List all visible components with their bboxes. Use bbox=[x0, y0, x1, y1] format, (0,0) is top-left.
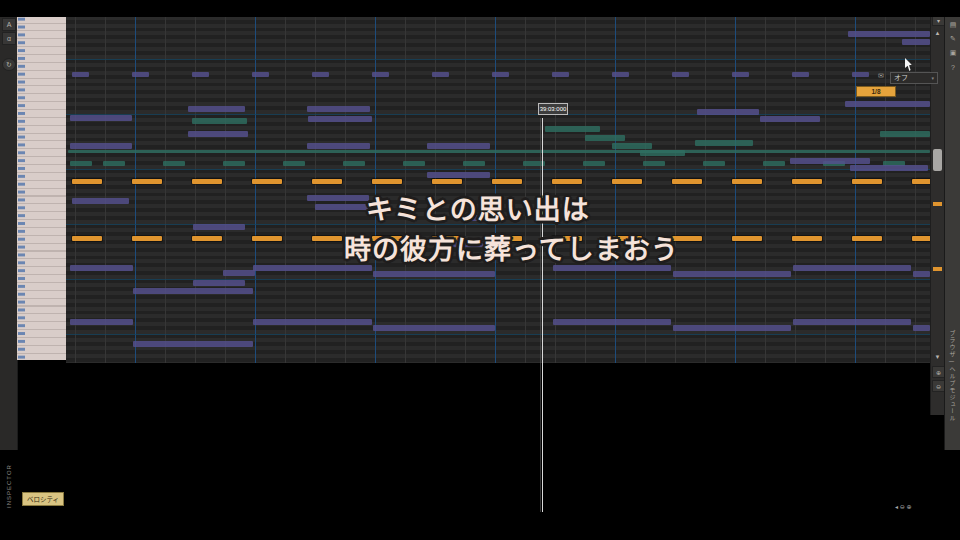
midi-note-purple[interactable] bbox=[188, 106, 245, 112]
midi-note-purple[interactable] bbox=[307, 143, 370, 149]
midi-note-orange[interactable] bbox=[792, 179, 822, 184]
midi-note-teal[interactable] bbox=[403, 161, 425, 166]
scroll-left-icon[interactable]: ◂ bbox=[895, 504, 898, 510]
midi-note-teal[interactable] bbox=[163, 161, 185, 166]
midi-note-purple[interactable] bbox=[432, 72, 449, 77]
midi-note-purple[interactable] bbox=[697, 109, 759, 115]
midi-note-purple[interactable] bbox=[793, 265, 911, 271]
edit-disabled-icon[interactable]: ✎ bbox=[948, 34, 958, 44]
midi-note-orange[interactable] bbox=[72, 236, 102, 241]
midi-note-purple[interactable] bbox=[790, 158, 870, 164]
midi-note-orange[interactable] bbox=[792, 236, 822, 241]
loop-mini-icon[interactable]: ↻ bbox=[2, 58, 16, 71]
midi-note-purple[interactable] bbox=[373, 325, 495, 331]
audition-icon[interactable]: A bbox=[2, 18, 16, 31]
midi-note-purple[interactable] bbox=[913, 271, 930, 277]
midi-note-orange[interactable] bbox=[132, 236, 162, 241]
aim-assist-dropdown[interactable]: オフ ▾ bbox=[890, 72, 938, 84]
midi-note-purple[interactable] bbox=[760, 116, 820, 122]
midi-note-teal[interactable] bbox=[545, 126, 600, 132]
midi-note-purple[interactable] bbox=[672, 72, 689, 77]
midi-note-purple[interactable] bbox=[427, 172, 490, 178]
midi-note-purple[interactable] bbox=[193, 280, 245, 286]
midi-note-teal[interactable] bbox=[68, 150, 930, 153]
midi-note-teal[interactable] bbox=[643, 161, 665, 166]
midi-note-purple[interactable] bbox=[913, 325, 930, 331]
midi-note-purple[interactable] bbox=[315, 204, 368, 210]
piano-roll-grid[interactable] bbox=[66, 0, 930, 363]
midi-note-orange[interactable] bbox=[372, 179, 402, 184]
midi-note-orange[interactable] bbox=[552, 179, 582, 184]
midi-note-teal[interactable] bbox=[585, 135, 625, 141]
midi-note-purple[interactable] bbox=[845, 101, 930, 107]
midi-note-orange[interactable] bbox=[492, 179, 522, 184]
midi-note-teal[interactable] bbox=[612, 143, 652, 149]
zoom-in-horizontal-icon[interactable]: ⊕ bbox=[906, 504, 911, 510]
midi-note-purple[interactable] bbox=[312, 72, 329, 77]
midi-note-purple[interactable] bbox=[188, 131, 248, 137]
midi-note-teal[interactable] bbox=[880, 131, 930, 137]
zoom-out-horizontal-icon[interactable]: ⊖ bbox=[900, 504, 905, 510]
midi-note-orange[interactable] bbox=[852, 236, 882, 241]
vertical-scrollbar[interactable]: + ▾ ▲ ▼ ⊕ ⊖ bbox=[930, 0, 945, 415]
prv-resolution-dropdown[interactable]: 1/8 bbox=[856, 86, 896, 97]
midi-note-orange[interactable] bbox=[912, 179, 930, 184]
midi-note-purple[interactable] bbox=[307, 106, 370, 112]
midi-note-purple[interactable] bbox=[132, 72, 149, 77]
midi-note-orange[interactable] bbox=[912, 236, 930, 241]
midi-note-purple[interactable] bbox=[70, 115, 132, 121]
midi-note-purple[interactable] bbox=[553, 319, 671, 325]
midi-note-purple[interactable] bbox=[492, 72, 509, 77]
midi-note-purple[interactable] bbox=[72, 198, 129, 204]
midi-note-teal[interactable] bbox=[103, 161, 125, 166]
midi-note-teal[interactable] bbox=[763, 161, 785, 166]
midi-note-purple[interactable] bbox=[308, 116, 372, 122]
midi-note-orange[interactable] bbox=[732, 236, 762, 241]
midi-note-purple[interactable] bbox=[193, 224, 245, 230]
midi-note-purple[interactable] bbox=[72, 72, 89, 77]
midi-note-purple[interactable] bbox=[427, 143, 490, 149]
midi-note-teal[interactable] bbox=[695, 140, 753, 146]
midi-note-purple[interactable] bbox=[252, 72, 269, 77]
midi-note-purple[interactable] bbox=[673, 325, 791, 331]
midi-note-orange[interactable] bbox=[612, 179, 642, 184]
midi-note-purple[interactable] bbox=[70, 143, 132, 149]
midi-note-orange[interactable] bbox=[192, 236, 222, 241]
midi-note-orange[interactable] bbox=[312, 236, 342, 241]
vertical-scroll-handle[interactable] bbox=[933, 149, 942, 171]
midi-note-purple[interactable] bbox=[133, 341, 253, 347]
playhead-marker[interactable]: 39:03:000 bbox=[538, 103, 568, 115]
midi-note-orange[interactable] bbox=[252, 179, 282, 184]
midi-note-orange[interactable] bbox=[672, 179, 702, 184]
scroll-up-icon[interactable]: ▲ bbox=[932, 28, 943, 38]
midi-note-orange[interactable] bbox=[72, 179, 102, 184]
midi-note-purple[interactable] bbox=[902, 39, 930, 45]
midi-note-purple[interactable] bbox=[223, 270, 255, 276]
scroll-down-icon[interactable]: ▼ bbox=[932, 352, 943, 362]
midi-note-purple[interactable] bbox=[732, 72, 749, 77]
midi-note-purple[interactable] bbox=[307, 195, 369, 201]
midi-note-purple[interactable] bbox=[373, 271, 495, 277]
midi-note-purple[interactable] bbox=[552, 72, 569, 77]
help-icon[interactable]: ? bbox=[948, 62, 958, 72]
midi-note-purple[interactable] bbox=[70, 265, 133, 271]
midi-note-teal[interactable] bbox=[223, 161, 245, 166]
midi-note-purple[interactable] bbox=[793, 319, 911, 325]
midi-note-teal[interactable] bbox=[703, 161, 725, 166]
midi-note-purple[interactable] bbox=[192, 72, 209, 77]
midi-note-purple[interactable] bbox=[850, 165, 928, 171]
midi-note-teal[interactable] bbox=[192, 118, 247, 124]
midi-note-orange[interactable] bbox=[432, 179, 462, 184]
midi-note-teal[interactable] bbox=[463, 161, 485, 166]
midi-note-orange[interactable] bbox=[852, 179, 882, 184]
midi-note-purple[interactable] bbox=[792, 72, 809, 77]
midi-note-purple[interactable] bbox=[133, 288, 253, 294]
midi-note-purple[interactable] bbox=[70, 319, 133, 325]
midi-note-orange[interactable] bbox=[312, 179, 342, 184]
midi-note-orange[interactable] bbox=[132, 179, 162, 184]
midi-note-purple[interactable] bbox=[253, 319, 372, 325]
alpha-icon[interactable]: α bbox=[2, 32, 16, 45]
browser-icon[interactable]: ▤ bbox=[948, 20, 958, 30]
midi-note-purple[interactable] bbox=[848, 31, 930, 37]
midi-note-teal[interactable] bbox=[283, 161, 305, 166]
